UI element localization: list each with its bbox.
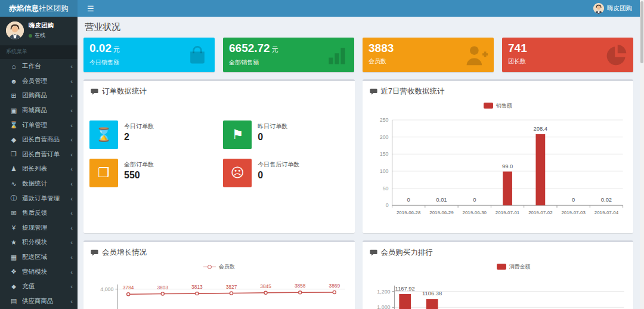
revenue-chart-panel: 近7日营收数据统计 销售额25020015010050002019-06-280… [363,79,634,233]
svg-text:2019-07-01: 2019-07-01 [495,210,519,215]
order-tile-grid: ⌛今日订单数2⚑昨日订单数0❐全部订单数550☹今日售后订单数0 [83,100,355,187]
user-avatar [593,3,604,14]
svg-text:0: 0 [385,202,388,208]
chevron-left-icon: ‹ [70,107,73,114]
sidebar-item-1[interactable]: ☻会员管理‹ [0,74,78,89]
sidebar-item-label: 数据统计 [22,180,70,188]
svg-text:1,200: 1,200 [377,289,390,295]
sidebar-item-0[interactable]: ⌂工作台‹ [0,59,78,74]
purchase-power-bar-chart: 消费金额1,2001,0008001167.921106.38853.83 [363,261,634,309]
chevron-left-icon: ‹ [70,151,73,158]
legend-label: 会员数 [219,263,235,271]
sidebar-item-label: 团长自营商品 [22,135,70,144]
page-scrollbar-thumb[interactable] [640,1,643,63]
svg-text:208.4: 208.4 [533,126,547,132]
order-tile-label: 今日售后订单数 [258,160,299,169]
comment-icon [370,249,377,257]
sidebar-item-label: 工作台 [22,62,70,70]
sidebar-item-label: 团长自营订单 [22,150,70,159]
sidebar: 嗨皮团购 在线 系统菜单 ⌂工作台‹☻会员管理‹⊞团购商品‹▣商城商品‹⌛订单管… [0,17,78,309]
chart-legend[interactable]: 会员数 [89,261,349,272]
order-tile-text: 今日订单数2 [124,120,154,143]
chevron-left-icon: ‹ [70,122,73,129]
sidebar-item-5[interactable]: ◆团长自营商品‹ [0,132,78,147]
order-tile-value: 550 [124,170,154,181]
sidebar-item-8[interactable]: ∿数据统计‹ [0,177,78,191]
sidebar-item-3[interactable]: ▣商城商品‹ [0,103,78,118]
order-tile-2: ❐全部订单数550 [89,159,212,187]
sidebar-menu: ⌂工作台‹☻会员管理‹⊞团购商品‹▣商城商品‹⌛订单管理‹◆团长自营商品‹❐团长… [0,59,78,308]
comment-icon [370,88,377,95]
sidebar-item-label: 积分模块 [22,238,70,246]
svg-text:2019-06-29: 2019-06-29 [429,210,454,215]
app-logo[interactable]: 赤焰信息社区团购 [0,0,78,17]
svg-text:0: 0 [572,197,575,203]
app-logo-light: 社区团购 [39,4,69,14]
sidebar-item-13[interactable]: ▦配送区域‹ [0,250,78,265]
pie-chart-icon [603,42,628,70]
comment-icon [91,249,98,257]
svg-text:0: 0 [407,197,410,203]
frown-icon: ☹ [223,159,252,187]
order-tile-label: 昨日订单数 [258,122,287,131]
svg-text:2019-07-04: 2019-07-04 [594,210,618,215]
chart-legend[interactable]: 消费金额 [369,261,628,272]
copy-icon: ❐ [89,159,118,187]
sidebar-item-label: 售后反馈 [22,209,70,217]
chevron-left-icon: ‹ [70,78,73,85]
leader-goods-icon: ◆ [9,136,18,144]
sidebar-item-6[interactable]: ❐团长自营订单‹ [0,147,78,162]
line-marker-icon [203,265,216,269]
order-tile-text: 全部订单数550 [124,159,154,181]
stat-card-1: 6652.72元全部销售额 [223,38,354,72]
svg-text:2019-06-30: 2019-06-30 [462,210,487,215]
sidebar-item-16[interactable]: ▤供应商商品‹ [0,294,78,309]
order-tile-value: 2 [124,132,154,143]
sidebar-item-9[interactable]: ⓘ退款订单管理‹ [0,191,78,206]
order-tile-3: ☹今日售后订单数0 [223,159,346,187]
sidebar-item-11[interactable]: ¥提现管理‹ [0,221,78,236]
sidebar-user-name: 嗨皮团购 [29,21,54,30]
sidebar-item-label: 团长列表 [22,165,70,173]
groupbuy-goods-icon: ⊞ [9,92,18,100]
svg-text:200: 200 [379,134,388,140]
chart-legend[interactable]: 销售额 [369,100,628,111]
svg-text:0.02: 0.02 [600,197,611,203]
sidebar-item-7[interactable]: ♟团长列表‹ [0,162,78,177]
svg-text:3869: 3869 [329,283,340,289]
legend-swatch [484,103,493,109]
revenue-chart-panel-header: 近7日营收数据统计 [363,81,634,100]
app-logo-bold: 赤焰信息 [9,4,39,14]
shopping-bag-icon [185,42,210,70]
sidebar-item-12[interactable]: ★积分模块‹ [0,235,78,250]
sidebar-item-14[interactable]: ❖营销模块‹ [0,264,78,279]
sidebar-item-4[interactable]: ⌛订单管理‹ [0,118,78,132]
sidebar-item-2[interactable]: ⊞团购商品‹ [0,88,78,103]
sidebar-item-10[interactable]: ✉售后反馈‹ [0,206,78,221]
svg-text:99.0: 99.0 [501,163,512,169]
chevron-left-icon: ‹ [70,92,73,99]
svg-text:3784: 3784 [123,285,134,291]
sidebar-item-15[interactable]: ⬥充值‹ [0,279,78,294]
user-menu[interactable]: 嗨皮团购 [593,3,632,14]
online-status-dot [29,34,32,38]
sidebar-item-label: 会员管理 [22,77,70,85]
svg-text:4,000: 4,000 [100,286,113,292]
sidebar-item-label: 充值 [22,282,70,291]
svg-text:2019-06-28: 2019-06-28 [396,210,420,215]
sidebar-section-label: 系统菜单 [0,45,78,59]
aftersales-feedback-icon: ✉ [9,209,18,217]
svg-text:3858: 3858 [295,283,306,289]
chevron-left-icon: ‹ [70,268,73,276]
sidebar-toggle-icon[interactable]: ☰ [83,4,98,13]
sidebar-user-status: 在线 [29,32,54,39]
svg-text:1106.38: 1106.38 [422,291,442,296]
svg-text:150: 150 [379,151,388,157]
stat-card-unit: 元 [272,46,278,53]
order-tile-value: 0 [258,132,287,143]
order-stats-panel-header: 订单数据统计 [83,81,355,100]
hourglass-icon: ⌛ [89,120,118,149]
svg-text:1,000: 1,000 [377,304,390,309]
mall-goods-icon: ▣ [9,107,18,115]
orders-icon: ⌛ [9,121,18,129]
